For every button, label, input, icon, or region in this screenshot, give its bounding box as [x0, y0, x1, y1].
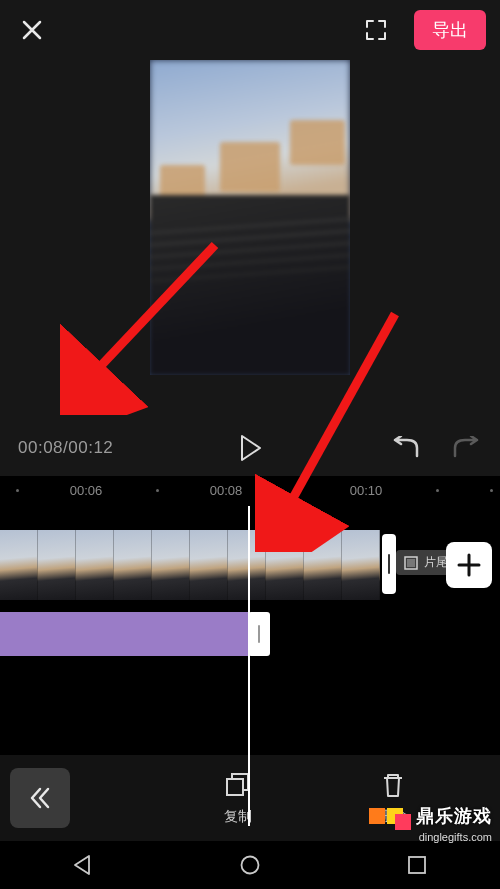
close-icon	[20, 18, 44, 42]
watermark-url: dinglegifts.com	[419, 831, 492, 843]
clip-tail-handle[interactable]	[382, 534, 396, 594]
system-navbar	[0, 841, 500, 889]
clip-thumb	[114, 530, 152, 600]
add-clip-button[interactable]	[446, 542, 492, 588]
chevron-double-left-icon	[27, 785, 53, 811]
clip-thumb	[342, 530, 380, 600]
clip-thumb	[152, 530, 190, 600]
svg-rect-5	[227, 779, 243, 795]
clip-thumb	[190, 530, 228, 600]
clip-thumb	[0, 530, 38, 600]
video-track[interactable]	[0, 530, 380, 600]
nav-recent-button[interactable]	[387, 845, 447, 885]
clip-thumb	[228, 530, 266, 600]
clip-thumb	[76, 530, 114, 600]
svg-point-6	[241, 857, 258, 874]
video-frame	[150, 60, 350, 375]
nav-back-button[interactable]	[53, 845, 113, 885]
redo-button[interactable]	[450, 432, 482, 464]
svg-rect-1	[407, 559, 415, 567]
delete-icon	[379, 771, 407, 799]
video-preview[interactable]	[0, 60, 500, 420]
svg-rect-7	[409, 857, 425, 873]
export-button[interactable]: 导出	[414, 10, 486, 50]
ruler-tick: 00:10	[350, 483, 383, 498]
end-card-label: 片尾	[424, 554, 448, 571]
collapse-button[interactable]	[10, 768, 70, 828]
clip-thumb	[266, 530, 304, 600]
redo-icon	[451, 436, 481, 460]
ruler-tick: 00:08	[210, 483, 243, 498]
watermark: 鼎乐游戏 dinglegifts.com	[369, 802, 492, 843]
undo-icon	[391, 436, 421, 460]
undo-button[interactable]	[390, 432, 422, 464]
plus-icon	[456, 552, 482, 578]
square-icon	[406, 854, 428, 876]
fullscreen-button[interactable]	[360, 14, 392, 46]
clip-thumb	[38, 530, 76, 600]
audio-track-handle[interactable]	[248, 612, 270, 656]
timeline-ruler[interactable]: 00:06 00:08 00:10	[0, 476, 500, 506]
play-icon	[238, 434, 262, 462]
close-button[interactable]	[14, 12, 50, 48]
playhead[interactable]	[248, 506, 250, 826]
audio-track[interactable]	[0, 612, 248, 656]
clip-thumb	[304, 530, 342, 600]
endcard-icon	[404, 556, 418, 570]
nav-home-button[interactable]	[220, 845, 280, 885]
time-display: 00:08/00:12	[18, 438, 113, 458]
play-button[interactable]	[232, 430, 268, 466]
triangle-left-icon	[72, 854, 94, 876]
ruler-tick: 00:06	[70, 483, 103, 498]
watermark-brand: 鼎乐游戏	[416, 804, 492, 828]
circle-icon	[239, 854, 261, 876]
fullscreen-icon	[364, 18, 388, 42]
